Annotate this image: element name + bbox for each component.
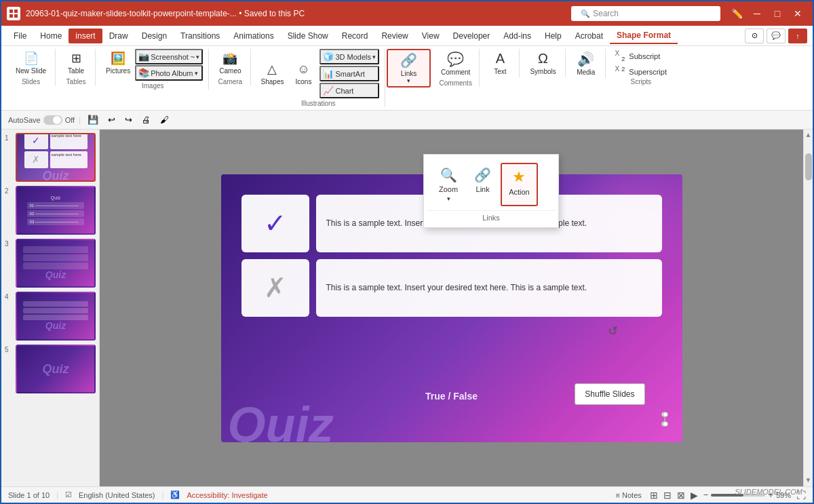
tab-design[interactable]: Design: [135, 28, 174, 43]
pen-icon[interactable]: ✏️: [727, 6, 746, 21]
quiz-watermark: Quiz: [228, 397, 334, 442]
ribbon-group-scripts: X 2 Subscript X 2 Superscript Scripts: [607, 49, 675, 85]
share-button[interactable]: ↑: [788, 28, 807, 43]
autosave-toggle-pill[interactable]: [43, 115, 62, 125]
svg-rect-3: [14, 14, 18, 18]
table-button[interactable]: ⊞ Table: [62, 49, 90, 77]
ribbon-group-tables: ⊞ Table Tables: [57, 49, 96, 85]
scroll-thumb[interactable]: [805, 153, 812, 180]
accessibility-status[interactable]: Accessibility: Investigate: [187, 491, 267, 499]
minimize-button[interactable]: ─: [748, 6, 767, 21]
zoom-out-button[interactable]: −: [703, 490, 709, 500]
tab-record[interactable]: Record: [335, 28, 375, 43]
scroll-down-button[interactable]: ▼: [804, 475, 813, 485]
redo-button[interactable]: ↪: [122, 113, 135, 126]
links-button[interactable]: 🔗 Links ▾: [395, 50, 423, 86]
ribbon-group-text: A Text: [481, 49, 520, 77]
tab-help[interactable]: Help: [538, 28, 568, 43]
superscript-item[interactable]: X 2 Superscript: [615, 64, 667, 77]
chart-button[interactable]: 📈 Chart: [319, 83, 379, 98]
camera-group-buttons: 📸 Cameo: [216, 49, 244, 77]
notes-button[interactable]: ≡ Notes: [613, 490, 644, 501]
slideshow-button[interactable]: ▶: [691, 490, 698, 501]
tab-developer[interactable]: Developer: [446, 28, 497, 43]
comments-label: Comments: [440, 78, 472, 87]
smartart-button[interactable]: 📊 SmartArt: [319, 66, 379, 81]
svg-rect-1: [14, 9, 18, 13]
text-button[interactable]: A Text: [486, 49, 513, 77]
main-area: 1 ✓ sample text here ✗: [1, 130, 813, 486]
quick-access-toolbar: AutoSave Off | 💾 ↩ ↪ 🖨 🖌: [1, 111, 813, 130]
slide-thumb-4[interactable]: 4 Quiz: [5, 292, 96, 341]
subscript-item[interactable]: X 2 Subscript: [615, 49, 667, 63]
normal-view-button[interactable]: ⊞: [650, 490, 658, 501]
search-bar[interactable]: 🔍 Search: [571, 6, 720, 21]
comment-button[interactable]: 💬 Comment: [438, 49, 473, 78]
vertical-scrollbar[interactable]: ▲ ▼: [803, 130, 813, 486]
link-dropdown-item[interactable]: 🔗 Link: [467, 163, 498, 206]
pictures-button[interactable]: 🖼️ Pictures: [102, 49, 134, 77]
format-painter-button[interactable]: 🖌: [157, 113, 172, 126]
tab-shape-format[interactable]: Shape Format: [610, 28, 678, 44]
status-sep-2: |: [162, 491, 164, 499]
tab-insert[interactable]: insert: [69, 28, 102, 43]
slide-thumb-1[interactable]: 1 ✓ sample text here ✗: [5, 133, 96, 182]
action-star-icon: ★: [512, 168, 526, 186]
tab-acrobat[interactable]: Acrobat: [568, 28, 610, 43]
ribbon-tab-bar: File Home insert Draw Design Transitions…: [1, 26, 813, 46]
window-title: 20963-01-quiz-maker-slides-toolkit-power…: [26, 9, 564, 18]
symbols-icon: Ω: [538, 51, 548, 66]
slides-panel: 1 ✓ sample text here ✗: [1, 130, 100, 486]
slide-thumb-5[interactable]: 5 Quiz: [5, 345, 96, 393]
tab-animations[interactable]: Animations: [227, 28, 280, 43]
tab-view[interactable]: View: [415, 28, 446, 43]
zoom-dropdown-item[interactable]: 🔍 Zoom ▾: [432, 163, 465, 206]
slide-thumb-3[interactable]: 3 Quiz: [5, 239, 96, 288]
scroll-up-button[interactable]: ▲: [804, 130, 813, 140]
photo-album-dropdown-icon: ▾: [195, 70, 198, 77]
new-slide-button[interactable]: 📄 New Slide: [12, 49, 50, 77]
undo-button[interactable]: ↩: [105, 113, 118, 126]
close-button[interactable]: ✕: [788, 6, 807, 21]
comment-icon[interactable]: 💬: [767, 28, 786, 43]
reading-view-button[interactable]: ⊠: [677, 490, 685, 501]
svg-rect-2: [9, 14, 13, 18]
ribbon-group-links: 🔗 Links ▾: [387, 49, 431, 88]
tab-slideshow[interactable]: Slide Show: [281, 28, 335, 43]
photo-album-button[interactable]: 📚 Photo Album ▾: [135, 65, 203, 81]
tab-addins[interactable]: Add-ins: [497, 28, 538, 43]
ribbon-collapse-btn[interactable]: ⊙: [745, 28, 764, 43]
resize-handle-tr[interactable]: [663, 412, 668, 417]
shuffle-slides-box[interactable]: Shuffle Slides: [575, 383, 644, 405]
resize-handle-br[interactable]: [663, 421, 668, 427]
save-button-qa[interactable]: 💾: [85, 113, 101, 126]
dropdown-items-row: 🔍 Zoom ▾ 🔗 Link ★ Action: [427, 160, 556, 209]
tab-review[interactable]: Review: [374, 28, 414, 43]
media-button[interactable]: 🔊 Media: [573, 49, 600, 78]
tab-transitions[interactable]: Transitions: [174, 28, 227, 43]
shapes-button[interactable]: △ Shapes: [258, 60, 288, 88]
media-group-buttons: 🔊 Media: [573, 49, 600, 78]
slide-thumb-2[interactable]: 2 Quiz 01 ─────────────── 02 ───────────…: [5, 186, 96, 235]
autosave-toggle: AutoSave Off: [8, 115, 75, 125]
toggle-dot: [53, 116, 61, 124]
tab-file[interactable]: File: [7, 28, 33, 43]
maximize-button[interactable]: □: [768, 6, 787, 21]
ribbon-group-media: 🔊 Media: [567, 49, 606, 78]
3d-models-button[interactable]: 🧊 3D Models ▾: [319, 49, 379, 64]
comments-group-buttons: 💬 Comment: [438, 49, 473, 78]
slide-num-1: 1: [5, 134, 13, 142]
symbols-button[interactable]: Ω Symbols: [526, 49, 559, 77]
slide-img-1: ✓ sample text here ✗ sample text here Qu…: [16, 133, 96, 182]
scripts-group-buttons: X 2 Subscript X 2 Superscript: [615, 49, 667, 77]
cameo-button[interactable]: 📸 Cameo: [216, 49, 244, 77]
tab-draw[interactable]: Draw: [102, 28, 135, 43]
screenshot-button[interactable]: 📷 Screenshot ~ ▾: [135, 49, 203, 64]
links-dropdown-icon: ▾: [407, 77, 410, 84]
quiz-option-check-icon: ✓: [241, 195, 309, 252]
slide-sorter-button[interactable]: ⊟: [663, 490, 672, 501]
icons-button[interactable]: ☺ Icons: [290, 60, 317, 88]
print-button[interactable]: 🖨: [139, 113, 153, 126]
tab-home[interactable]: Home: [33, 28, 69, 43]
action-dropdown-item[interactable]: ★ Action: [501, 163, 538, 206]
